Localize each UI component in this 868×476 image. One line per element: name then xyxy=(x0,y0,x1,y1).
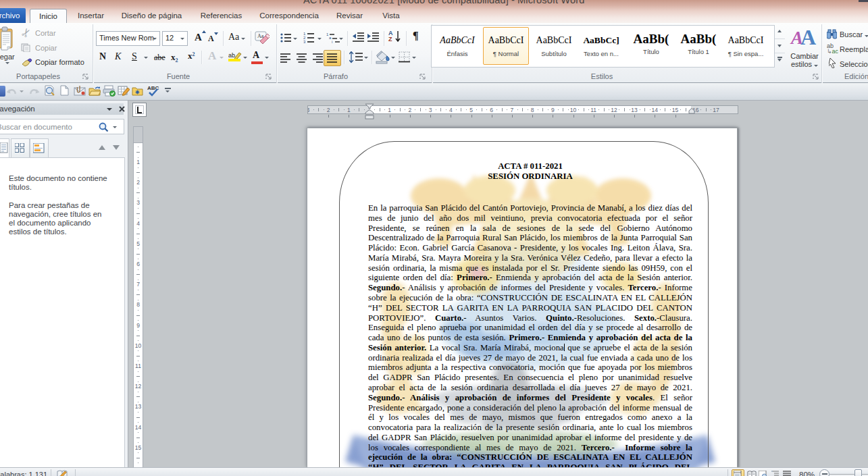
svg-text:3: 3 xyxy=(303,40,306,43)
svg-text:i: i xyxy=(332,40,332,43)
svg-text:ab: ab xyxy=(228,52,235,59)
